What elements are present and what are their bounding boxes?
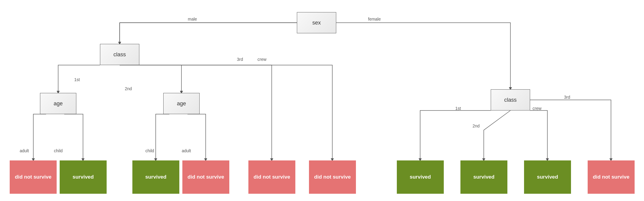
node-age-1st: age (40, 93, 76, 114)
leaf-did-not-survive-1: did not survive (10, 160, 57, 194)
leaf-survived-2: survived (132, 160, 179, 194)
node-class-female: class (491, 89, 530, 110)
label-crew-female: crew (533, 106, 542, 111)
label-male: male (188, 17, 197, 21)
label-adult-2: adult (182, 148, 191, 153)
label-crew-male: crew (257, 57, 267, 62)
leaf-survived-4: survived (460, 160, 507, 194)
label-2nd-female: 2nd (473, 124, 480, 128)
leaf-survived-1: survived (60, 160, 107, 194)
label-2nd: 2nd (125, 86, 132, 91)
label-3rd-male: 3rd (237, 57, 243, 62)
node-sex: sex (297, 12, 336, 33)
leaf-survived-3: survived (397, 160, 444, 194)
label-adult-1: adult (20, 148, 29, 153)
leaf-survived-5: survived (524, 160, 571, 194)
label-1st-female: 1st (455, 106, 461, 111)
node-class-male: class (100, 44, 139, 65)
leaf-did-not-survive-5: did not survive (588, 160, 635, 194)
leaf-did-not-survive-4: did not survive (309, 160, 356, 194)
leaf-did-not-survive-3: did not survive (248, 160, 295, 194)
node-age-2nd: age (163, 93, 200, 114)
label-3rd-female: 3rd (564, 95, 570, 100)
tree-diagram: sex class age age class male female 1st … (0, 0, 644, 201)
label-child-1: child (54, 148, 63, 153)
label-female: female (368, 17, 381, 21)
label-child-2: child (145, 148, 154, 153)
leaf-did-not-survive-2: did not survive (182, 160, 229, 194)
label-1st: 1st (74, 77, 80, 82)
